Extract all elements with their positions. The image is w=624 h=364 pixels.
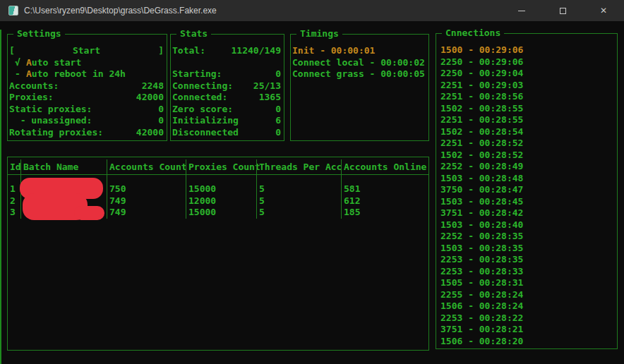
field-label: Connected: [172,92,227,104]
connection-entry: 1506 - 00:28:20 [440,336,617,348]
stats-field: Connecting:25/13 [172,80,281,92]
toggle-label: uto reboot in 24h [32,68,126,79]
field-value: 0 [275,104,281,116]
stats-field: Starting:0 [172,68,281,80]
field-value: 42000 [136,92,164,104]
stats-field: Initializing6 [172,115,281,127]
cell-proxies-count: 12000 [186,195,256,207]
cell-batch-name [20,207,107,219]
timings-panel: Timings Init - 00:00:01 Connect local - … [290,34,429,141]
connection-entry: 2251 - 00:28:52 [440,138,617,150]
batches-table-header-gap [8,175,428,183]
window-controls: ✕ [501,0,624,21]
titlebar: C:\Users\ryzen9\Desktop\grass\DeGrass.Fa… [0,0,624,21]
field-value: 42000 [136,127,164,139]
toggle-state-icon: - [15,68,26,80]
connection-entry: 2252 - 00:28:49 [440,161,617,173]
cell-accounts-online: 612 [341,195,428,207]
connection-entry: 2251 - 00:28:55 [440,114,617,126]
connection-entry: 3751 - 00:28:21 [440,324,617,336]
settings-toggles: √Auto start -Auto reboot in 24h [9,57,164,80]
cell-accounts-count: 749 [107,195,186,207]
column-header-id: Id [8,159,20,175]
connection-entry: 2253 - 00:28:35 [440,254,617,266]
field-label: Initializing [172,115,239,127]
connections-panel: Cnnections 1500 - 00:29:06 2250 - 00:29:… [436,33,618,349]
column-header-batch-name: Batch Name [20,159,107,175]
field-value: 6 [275,115,281,127]
connection-entry: 2250 - 00:29:04 [440,68,617,80]
connection-entry: 2255 - 00:28:24 [440,289,617,301]
connection-entry: 2251 - 00:28:56 [440,91,617,103]
window-title: C:\Users\ryzen9\Desktop\grass\DeGrass.Fa… [24,6,501,16]
connection-entry: 2252 - 00:28:35 [440,231,617,243]
field-label: Static proxies: [9,104,92,116]
connection-entry: 1503 - 00:28:35 [440,243,617,255]
connection-entry: 2250 - 00:29:06 [440,56,617,68]
settings-toggle[interactable]: -Auto reboot in 24h [9,68,164,80]
settings-field: Rotating proxies:42000 [9,127,164,139]
connections-panel-title: Cnnections [442,28,504,39]
batches-table-panel: Id Batch Name Accounts Count Proxies Cou… [7,157,429,351]
stats-field [172,57,281,69]
connection-entry: 1500 - 00:29:06 [440,44,617,56]
cell-id: 2 [8,195,20,207]
field-label: Disconnected [172,127,239,139]
stats-field: Total:11240/149 [172,45,281,57]
field-value: 0 [275,68,281,80]
toggle-state-icon: √ [15,57,26,69]
start-button[interactable]: [ Start ] [9,45,164,57]
settings-toggle[interactable]: √Auto start [9,57,164,69]
console-app-icon [8,6,18,16]
field-value: 1365 [259,92,281,104]
cell-accounts-online: 581 [341,183,428,195]
timing-entry: Connect grass - 00:00:05 [292,68,426,80]
cell-batch-name [20,183,107,195]
connection-entry: 1505 - 00:28:31 [440,277,617,289]
connection-entry: 1506 - 00:28:24 [440,301,617,313]
settings-fields: Accounts:2248 Proxies:42000 Static proxi… [9,80,164,139]
connection-entry: 1503 - 00:28:40 [440,219,617,231]
cell-accounts-count: 750 [107,183,186,195]
cell-proxies-count: 15000 [186,207,256,219]
minimize-button[interactable] [501,0,542,21]
cell-accounts-online: 185 [341,207,428,219]
connection-entry: 1502 - 00:28:52 [440,150,617,162]
minimize-icon [518,11,525,11]
stats-fields: Total:11240/149 Starting:0 Connecting:25… [172,45,281,138]
connection-entry: 3751 - 00:28:42 [440,207,617,219]
timings-list: Init - 00:00:01 Connect local - 00:00:02… [292,45,426,80]
connection-entry: 1502 - 00:28:54 [440,126,617,138]
cell-batch-name [20,195,107,207]
field-label: Connecting: [172,80,233,92]
maximize-button[interactable] [542,0,583,21]
timing-entry: Init - 00:00:01 [292,45,426,57]
start-button-label: Start [73,45,100,57]
close-button[interactable]: ✕ [583,0,624,21]
left-edge-artifact [0,30,1,364]
toggle-hotkey: A [26,68,32,79]
stats-panel-title: Stats [176,28,211,40]
settings-panel-title: Settings [13,28,65,40]
field-label: Rotating proxies: [9,127,103,139]
settings-field: - unassigned:0 [9,115,164,127]
cell-threads-per-acc: 5 [256,207,341,219]
start-button-bracket-right: ] [158,45,164,57]
field-label: Starting: [172,68,222,80]
settings-field: Accounts:2248 [9,80,164,92]
connections-list: 1500 - 00:29:06 2250 - 00:29:06 2250 - 0… [436,34,617,347]
settings-field: Proxies:42000 [9,92,164,104]
console-area: Settings [ Start ] √Auto start -Auto reb… [0,21,624,364]
connection-entry: 3750 - 00:28:47 [440,184,617,196]
connection-entry: 2251 - 00:29:03 [440,80,617,92]
stats-field: Zero score:0 [172,104,281,116]
cell-threads-per-acc: 5 [256,195,341,207]
column-header-proxies-count: Proxies Count [186,159,256,175]
field-label: - unassigned: [9,115,92,127]
field-value: 25/13 [253,80,281,92]
start-button-bracket-left: [ [9,45,15,57]
cell-threads-per-acc: 5 [256,183,341,195]
field-value: 11240/149 [232,45,281,57]
timings-panel-title: Timings [296,28,342,40]
connection-entry: 1502 - 00:28:55 [440,103,617,115]
